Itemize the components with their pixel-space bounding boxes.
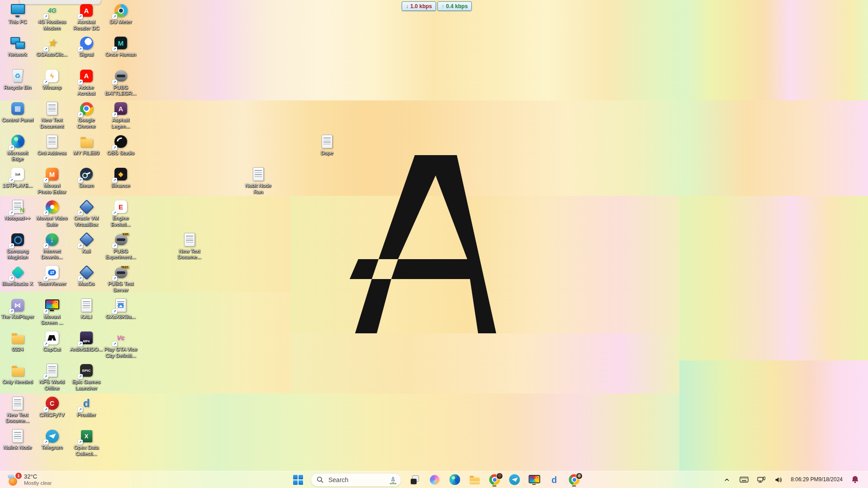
icon-label: Asphalt Legen... — [104, 117, 138, 129]
desktop-icon-telegram[interactable]: ↗Telegram — [35, 428, 69, 451]
desktop-icon-binance[interactable]: ◆↗Binance — [104, 166, 138, 189]
search-box[interactable] — [311, 473, 401, 487]
desktop-icon-nubit-node-run[interactable]: Nubit Node Run — [241, 166, 275, 195]
desktop-icon-asphalt-legends[interactable]: A↗Asphalt Legen... — [104, 101, 138, 129]
weather-widget[interactable]: 1 32°C Mostly clear — [5, 472, 54, 487]
desktop-icon-folder-0324[interactable]: 0324 — [0, 330, 35, 353]
desktop-icon-signal[interactable]: ↗Signal — [69, 35, 104, 58]
desktop-icon-opex-data-collection[interactable]: X↗Opex Data Collecti... — [69, 428, 104, 457]
taskbar-app-task-view[interactable] — [405, 472, 425, 487]
desktop-icon-an8oseido-mp4[interactable]: MP4↗An8oSEIDO... — [69, 330, 104, 353]
taskbar-app-chrome-profile-2[interactable] — [564, 472, 584, 487]
desktop-icon-only-needed[interactable]: Only Needed — [0, 363, 35, 385]
desktop-icon-network[interactable]: Network — [0, 35, 35, 58]
desktop-icon-new-text-docume-2[interactable]: New Text Docume... — [0, 396, 35, 424]
desktop-icon-pubg-battlegrounds[interactable]: ↗PUBG BATTLEGR... — [104, 68, 138, 97]
desktop-icon-internet-download-manager[interactable]: ↓↗Internet Downlo... — [35, 232, 69, 261]
desktop-icon-kali-doc[interactable]: KALI — [69, 298, 104, 320]
taskbar-app-telegram[interactable] — [504, 472, 524, 487]
desktop-icon-control-panel[interactable]: ▦Control Panel — [0, 101, 35, 123]
desktop-icon-gsautoclicker[interactable]: ★↗GSAutoClic... — [35, 35, 69, 58]
volume-button[interactable] — [772, 473, 785, 487]
desktop-icon-proxifier[interactable]: d↗Proxifier — [69, 396, 104, 418]
hidden-icons-chevron[interactable] — [720, 473, 734, 487]
desktop-icon-steam[interactable]: ↗Steam — [69, 166, 104, 189]
shortcut-arrow-icon: ↗ — [112, 243, 117, 248]
desktop-icon-acrobat-reader-dc[interactable]: A↗Acrobat Reader DC — [69, 3, 104, 31]
icon-label: Ord Address — [35, 150, 69, 156]
desktop-icon-once-human[interactable]: M↗Once Human — [104, 35, 138, 58]
desktop-icon-nulink-node[interactable]: Nulink Node — [0, 428, 35, 451]
desktop-icon-movavi-video-suite[interactable]: ↗Movavi Video Suite — [35, 199, 69, 227]
taskbar-app-chrome-profile-1[interactable] — [484, 472, 504, 487]
taskbar-app-copilot[interactable] — [425, 472, 445, 487]
net-speed-meter[interactable]: ↓ 1.0 kbps ↑ 0.4 kbps — [402, 1, 472, 11]
taskbar-app-proxifier[interactable]: d — [544, 472, 564, 487]
shortcut-arrow-icon: ↗ — [78, 178, 83, 183]
desktop-icon-dope[interactable]: Dope — [310, 134, 344, 156]
taskbar-app-microsoft-edge[interactable] — [445, 472, 465, 487]
desktop-icon-play-gta-vice-city[interactable]: Vc↗Play GTA Vice City Definiti... — [104, 330, 138, 359]
system-tray: 8:06:29 PM 9/18/2024 — [720, 472, 862, 487]
desktop-icon-microsoft-edge[interactable]: ↗Microsoft Edge — [0, 134, 35, 162]
desktop-icon-google-chrome[interactable]: ↗Google Chrome — [69, 101, 104, 129]
desktop-icon-new-text-document[interactable]: New Text Document — [35, 101, 69, 129]
desktop-icon-adobe-acrobat[interactable]: A↗Adobe Acrobat — [69, 68, 104, 97]
download-speed: ↓ 1.0 kbps — [402, 1, 436, 11]
desktop-icon-new-text-docume[interactable]: New Text Docume... — [172, 232, 207, 261]
desktop-icon-obs-studio[interactable]: ↗OBS Studio — [104, 134, 138, 156]
icon-label: Acrobat Reader DC — [69, 19, 104, 31]
download-value: 1.0 kbps — [410, 3, 432, 9]
desktop-icon-oracle-vm-virtualbox[interactable]: ↗Oracle VM VirtualBox — [69, 199, 104, 227]
start-button[interactable] — [289, 472, 307, 487]
desktop-icon-winamp[interactable]: ϟ↗Winamp — [35, 68, 69, 91]
notification-bell-button[interactable] — [848, 473, 862, 487]
desktop-icon-engine-evolution[interactable]: E↗Engine Evoluti... — [104, 199, 138, 227]
icon-label: Microsoft Edge — [0, 150, 35, 162]
desktop-icon-1stplayer[interactable]: 1st↗1STPLAYE... — [0, 166, 35, 189]
document-icon — [322, 135, 332, 148]
touch-keyboard-button[interactable] — [737, 473, 751, 487]
bell-icon — [851, 475, 859, 484]
desktop-icon-bluestacks-x[interactable]: ↗BlueStacks X — [0, 265, 35, 287]
desktop-icon-capcut[interactable]: ↗CapCut — [35, 330, 69, 353]
weather-condition: Mostly clear — [24, 480, 52, 486]
weather-temp: 32°C — [24, 473, 52, 480]
desktop-icon-the-kmplayer[interactable]: ⋈↗The KMPlayer — [0, 298, 35, 320]
desktop-icon-cricfytv[interactable]: C↗CRICFyTV — [35, 396, 69, 418]
search-input[interactable] — [327, 476, 384, 484]
icon-label: Google Chrome — [69, 117, 104, 129]
icon-label: CRICFyTV — [35, 412, 69, 418]
desktop-icon-kali[interactable]: ↗Kali — [69, 232, 104, 255]
shortcut-arrow-icon: ↗ — [9, 178, 14, 183]
desktop-icon-epic-games-launcher[interactable]: EPIC↗Epic Games Launcher — [69, 363, 104, 391]
task-view-icon — [410, 475, 419, 484]
desktop-icon-movavi-photo-editor[interactable]: M↗Movavi Photo Editor — [35, 166, 69, 195]
icon-label: Nubit Node Run — [241, 183, 275, 195]
taskbar-app-file-explorer[interactable] — [465, 472, 484, 487]
desktop-icon-notepad-plus-plus[interactable]: N↗Notepad++ — [0, 199, 35, 222]
desktop-icon-macos[interactable]: ↗MacOs — [69, 265, 104, 287]
desktop-icon-movavi-screen-recorder[interactable]: ↗Movavi Screen ... — [35, 298, 69, 326]
running-indicator — [493, 485, 497, 487]
desktop-icon-my-file80[interactable]: MY FILE80 — [69, 134, 104, 156]
network-tray-button[interactable] — [754, 473, 768, 487]
desktop-icon-recycle-bin[interactable]: ♻Recycle Bin — [0, 68, 35, 91]
clock[interactable]: 8:06:29 PM 9/18/2024 — [789, 473, 844, 487]
taskbar-app-movavi-screen-recorder[interactable] — [524, 472, 544, 487]
desktop-icon-ord-address[interactable]: Ord Address — [35, 134, 69, 156]
search-icon — [317, 476, 323, 483]
desktop-icon-gxsx8k9a[interactable]: ↗GXsX8K9a... — [104, 298, 138, 320]
desktop-icon-4g-hostless-modem[interactable]: 4G↗4G Hostless Modem — [35, 3, 69, 31]
desktop-icon-du-meter[interactable]: ↗DU Meter — [104, 3, 138, 25]
desktop-icon-pubg-experimental[interactable]: EXP↗PUBG Experiment... — [104, 232, 138, 261]
shortcut-arrow-icon: ↗ — [78, 341, 83, 346]
icon-label: Steam — [69, 183, 104, 189]
desktop-icon-pubg-test-server[interactable]: TEST↗PUBG Test Server — [104, 265, 138, 293]
desktop-icon-samsung-magician[interactable]: ↗Samsung Magician — [0, 232, 35, 261]
desktop-icon-nfs-world-offline[interactable]: ↗NFS World Offline — [35, 363, 69, 391]
tray-date: 9/18/2024 — [819, 476, 843, 483]
desktop-icon-teamviewer[interactable]: ⇄↗TeamViewer — [35, 265, 69, 287]
proxifier-icon: d — [551, 474, 557, 484]
desktop-icon-this-pc[interactable]: This PC — [0, 3, 35, 25]
